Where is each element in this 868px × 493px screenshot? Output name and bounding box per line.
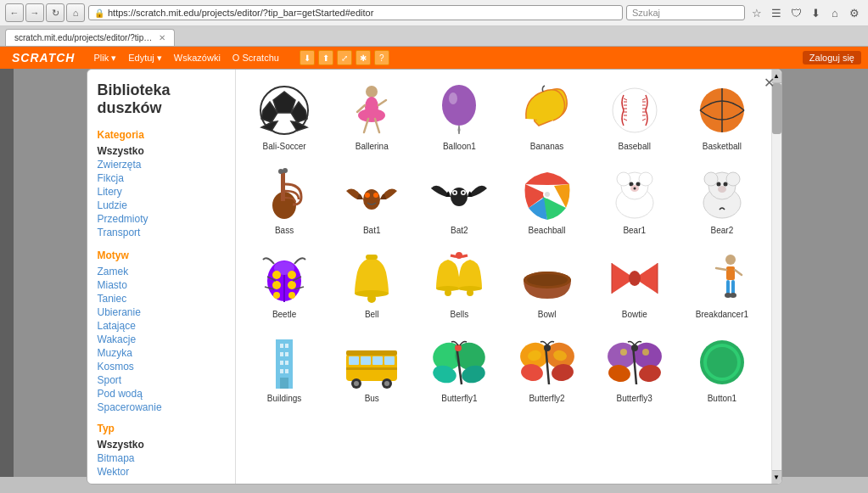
sprite-ballerina[interactable]: Ballerina — [330, 75, 414, 155]
sidebar-item-fikcja[interactable]: Fikcja — [98, 171, 225, 185]
svg-rect-107 — [285, 369, 288, 373]
svg-point-68 — [288, 281, 296, 289]
sidebar-item-wszystko[interactable]: Wszystko — [98, 144, 225, 158]
upload-project-icon[interactable]: ⬆ — [318, 50, 333, 65]
sprite-bat2-img — [425, 165, 493, 224]
svg-line-93 — [716, 268, 726, 270]
download-icon[interactable]: ⬇ — [807, 4, 824, 21]
sprite-bat1[interactable]: Bat1 — [330, 159, 414, 239]
modal-content[interactable]: Bali-Soccer — [236, 70, 771, 484]
sprite-bus-label: Bus — [365, 394, 379, 403]
sidebar-item-wektor[interactable]: Wektor — [98, 465, 225, 479]
menu-icon[interactable]: ⚙ — [846, 4, 863, 21]
svg-rect-102 — [280, 352, 283, 356]
home2-icon[interactable]: ⌂ — [826, 4, 843, 21]
shield-icon[interactable]: 🛡 — [787, 4, 804, 21]
sprite-buildings[interactable]: Buildings — [243, 327, 327, 407]
address-bar[interactable]: 🔒 https://scratch.mit.edu/projects/edito… — [88, 5, 623, 20]
sidebar-item-miasto[interactable]: Miasto — [98, 278, 225, 292]
sidebar-item-sport[interactable]: Sport — [98, 373, 225, 387]
sidebar-item-zwierzeta[interactable]: Zwierzęta — [98, 158, 225, 171]
sprite-baseball[interactable]: Baseball — [592, 75, 676, 155]
sprite-bell[interactable]: Bell — [330, 243, 414, 323]
sprite-library-modal: ✕ Biblioteka duszków Kategoria Wszystko … — [87, 69, 782, 485]
sidebar-item-spacerowanie[interactable]: Spacerowanie — [98, 401, 225, 414]
sprite-bowtie[interactable]: Bowtie — [592, 243, 676, 323]
sprite-breakdancer1-label: Breakdancer1 — [696, 310, 748, 319]
sprite-butterfly2[interactable]: Butterfly2 — [505, 327, 589, 407]
sidebar-item-typ-wszystko[interactable]: Wszystko — [98, 438, 225, 451]
svg-rect-92 — [726, 266, 735, 280]
modal-scrollbar[interactable]: ▲ ▼ — [771, 70, 781, 484]
typ-section-title: Typ — [98, 423, 225, 434]
scroll-thumb[interactable] — [772, 83, 781, 134]
svg-point-15 — [613, 88, 657, 132]
app-bar: SCRATCH Plik ▾ Edytuj ▾ Wskazówki O Scra… — [0, 47, 868, 69]
sidebar-item-ubieranie[interactable]: Ubieranie — [98, 305, 225, 319]
sprite-bell-label: Bell — [365, 310, 379, 319]
sidebar-item-latajace[interactable]: Latające — [98, 319, 225, 333]
sprite-butterfly1[interactable]: Butterfly1 — [417, 327, 501, 407]
sprite-bear2[interactable]: Bear2 — [680, 159, 764, 239]
sprite-bus[interactable]: Bus — [330, 327, 414, 407]
sprite-button1[interactable]: Button1 — [680, 327, 764, 407]
turbo-icon[interactable]: ✱ — [356, 50, 371, 65]
sprite-bear1[interactable]: Bear1 — [592, 159, 676, 239]
login-button[interactable]: Zaloguj się — [803, 51, 861, 64]
fullscreen-icon[interactable]: ⤢ — [337, 50, 352, 65]
sidebar-item-litery[interactable]: Litery — [98, 185, 225, 199]
sprite-bowl[interactable]: Bowl — [505, 243, 589, 323]
sidebar-item-taniec[interactable]: Taniec — [98, 292, 225, 305]
sprite-bowl-label: Bowl — [538, 310, 557, 319]
sprite-breakdancer1[interactable]: Breakdancer1 — [680, 243, 764, 323]
sprite-bali-soccer[interactable]: Bali-Soccer — [243, 75, 327, 155]
modal-close-button[interactable]: ✕ — [764, 75, 775, 91]
menu-o-scratchu[interactable]: O Scratchu — [227, 51, 284, 65]
svg-point-133 — [544, 345, 551, 351]
star-icon[interactable]: ☆ — [748, 4, 765, 21]
menu-plik[interactable]: Plik ▾ — [88, 51, 121, 65]
sprite-baseball-label: Baseball — [619, 142, 651, 151]
app-menu: Plik ▾ Edytuj ▾ Wskazówki O Scratchu — [88, 51, 283, 65]
search-bar[interactable]: Szukaj — [626, 5, 745, 20]
svg-rect-114 — [346, 367, 397, 370]
sidebar-item-transport[interactable]: Transport — [98, 226, 225, 239]
sprite-butterfly3[interactable]: Butterfly3 — [592, 327, 676, 407]
sidebar-item-bitmapa[interactable]: Bitmapa — [98, 451, 225, 465]
sidebar-item-zamek[interactable]: Zamek — [98, 265, 225, 278]
forward-button[interactable]: → — [25, 3, 44, 22]
reader-icon[interactable]: ☰ — [768, 4, 785, 21]
sprite-ballerina-img — [338, 81, 406, 140]
sidebar-item-muzyka[interactable]: Muzyka — [98, 346, 225, 360]
sprite-bells[interactable]: Bells — [417, 243, 501, 323]
sprite-balloon1[interactable]: Balloon1 — [417, 75, 501, 155]
sprite-bear1-img — [601, 165, 669, 224]
scroll-down-button[interactable]: ▼ — [772, 470, 781, 484]
sidebar-item-pod-woda[interactable]: Pod wodą — [98, 387, 225, 401]
sidebar-item-ludzie[interactable]: Ludzie — [98, 199, 225, 212]
sprite-bananas[interactable]: Bananas — [505, 75, 589, 155]
sprite-bass[interactable]: Bass — [243, 159, 327, 239]
reload-button[interactable]: ↻ — [46, 3, 64, 22]
menu-wskazowki[interactable]: Wskazówki — [169, 51, 226, 65]
theme-section-title: Motyw — [98, 249, 225, 261]
sidebar-item-przedmioty[interactable]: Przedmioty — [98, 212, 225, 226]
sprite-basketball[interactable]: Basketball — [680, 75, 764, 155]
help-icon[interactable]: ? — [374, 50, 389, 65]
sprite-bowtie-img — [601, 249, 669, 308]
sidebar-item-kosmos[interactable]: Kosmos — [98, 360, 225, 373]
home-button[interactable]: ⌂ — [66, 3, 85, 22]
scroll-track[interactable] — [772, 83, 781, 470]
tab-close-icon[interactable]: ✕ — [159, 33, 165, 42]
svg-point-6 — [366, 86, 378, 98]
sprite-beachball[interactable]: Beachball — [505, 159, 589, 239]
svg-point-91 — [725, 255, 736, 265]
download-project-icon[interactable]: ⬇ — [300, 50, 315, 65]
sprite-beetle[interactable]: Beetle — [243, 243, 327, 323]
sidebar-item-wakacje[interactable]: Wakacje — [98, 333, 225, 346]
back-button[interactable]: ← — [5, 3, 24, 22]
sprite-bat2[interactable]: Bat2 — [417, 159, 501, 239]
menu-edytuj[interactable]: Edytuj ▾ — [123, 51, 167, 65]
active-tab[interactable]: scratch.mit.edu/projects/editor/?tip_b..… — [5, 29, 175, 46]
sprite-beachball-label: Beachball — [529, 226, 566, 235]
